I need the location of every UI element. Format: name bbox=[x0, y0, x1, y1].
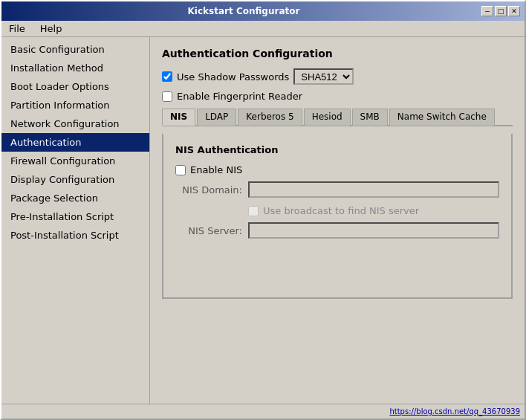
close-button[interactable]: ✕ bbox=[508, 6, 520, 16]
sidebar-item-boot-loader-options[interactable]: Boot Loader Options bbox=[1, 77, 149, 96]
title-bar: Kickstart Configurator − □ ✕ bbox=[1, 1, 525, 21]
shadow-passwords-row: Use Shadow Passwords SHA512 SHA256 MD5 bbox=[162, 68, 513, 85]
nis-broadcast-row: Use broadcast to find NIS server bbox=[175, 205, 499, 216]
sidebar-item-partition-information[interactable]: Partition Information bbox=[1, 96, 149, 114]
nis-broadcast-checkbox[interactable] bbox=[248, 206, 259, 216]
nis-server-row: NIS Server: bbox=[175, 222, 499, 239]
tab-kerberos5[interactable]: Kerberos 5 bbox=[238, 109, 302, 126]
main-window: Kickstart Configurator − □ ✕ File Help B… bbox=[0, 0, 526, 420]
tab-name-switch-cache[interactable]: Name Switch Cache bbox=[389, 109, 495, 126]
shadow-passwords-checkbox[interactable] bbox=[162, 71, 172, 82]
main-panel: Authentication Configuration Use Shadow … bbox=[150, 37, 525, 404]
fingerprint-label: Enable Fingerprint Reader bbox=[177, 91, 302, 102]
content-area: Basic Configuration Installation Method … bbox=[1, 37, 525, 404]
auth-tabs-wrapper: NIS LDAP Kerberos 5 Hesiod SMB Name Swit… bbox=[162, 108, 513, 299]
status-url[interactable]: https://blog.csdn.net/qq_43670939 bbox=[389, 407, 520, 416]
minimize-button[interactable]: − bbox=[481, 6, 493, 16]
tab-nis[interactable]: NIS bbox=[162, 109, 195, 126]
tab-hesiod[interactable]: Hesiod bbox=[304, 109, 351, 126]
fingerprint-row: Enable Fingerprint Reader bbox=[162, 91, 513, 102]
nis-section-title: NIS Authentication bbox=[175, 144, 499, 155]
maximize-button[interactable]: □ bbox=[495, 6, 507, 16]
sidebar-item-package-selection[interactable]: Package Selection bbox=[1, 189, 149, 207]
window-title: Kickstart Configurator bbox=[6, 6, 481, 16]
sidebar-item-network-configuration[interactable]: Network Configuration bbox=[1, 114, 149, 133]
sidebar-item-authentication[interactable]: Authentication bbox=[1, 133, 149, 152]
tab-ldap[interactable]: LDAP bbox=[197, 109, 236, 126]
enable-nis-row: Enable NIS bbox=[175, 164, 499, 175]
tab-bar: NIS LDAP Kerberos 5 Hesiod SMB Name Swit… bbox=[162, 108, 513, 126]
nis-broadcast-label: Use broadcast to find NIS server bbox=[263, 205, 419, 216]
sidebar-item-basic-configuration[interactable]: Basic Configuration bbox=[1, 40, 149, 59]
sidebar-item-firewall-configuration[interactable]: Firewall Configuration bbox=[1, 152, 149, 170]
status-bar: https://blog.csdn.net/qq_43670939 bbox=[1, 404, 525, 419]
nis-domain-label: NIS Domain: bbox=[175, 184, 242, 196]
file-menu[interactable]: File bbox=[4, 22, 30, 36]
nis-server-label: NIS Server: bbox=[175, 225, 242, 236]
nis-server-input[interactable] bbox=[248, 222, 499, 239]
sidebar-item-pre-installation-script[interactable]: Pre-Installation Script bbox=[1, 207, 149, 226]
sidebar: Basic Configuration Installation Method … bbox=[1, 37, 150, 404]
shadow-passwords-label: Use Shadow Passwords bbox=[177, 71, 289, 83]
sha-select[interactable]: SHA512 SHA256 MD5 bbox=[293, 68, 354, 85]
enable-nis-label: Enable NIS bbox=[190, 164, 242, 175]
tab-content-container: NIS Authentication Enable NIS NIS Domain… bbox=[162, 134, 513, 299]
window-controls: − □ ✕ bbox=[481, 6, 520, 16]
help-menu[interactable]: Help bbox=[36, 22, 67, 36]
sidebar-item-installation-method[interactable]: Installation Method bbox=[1, 59, 149, 77]
nis-tab-content: NIS Authentication Enable NIS NIS Domain… bbox=[163, 134, 511, 297]
section-title: Authentication Configuration bbox=[162, 48, 513, 59]
fingerprint-checkbox[interactable] bbox=[162, 91, 172, 102]
nis-domain-row: NIS Domain: bbox=[175, 181, 499, 198]
sidebar-item-post-installation-script[interactable]: Post-Installation Script bbox=[1, 226, 149, 245]
enable-nis-checkbox[interactable] bbox=[175, 165, 186, 175]
menu-bar: File Help bbox=[1, 21, 525, 37]
tab-smb[interactable]: SMB bbox=[352, 109, 388, 126]
nis-domain-input[interactable] bbox=[248, 181, 499, 198]
sidebar-item-display-configuration[interactable]: Display Configuration bbox=[1, 170, 149, 189]
